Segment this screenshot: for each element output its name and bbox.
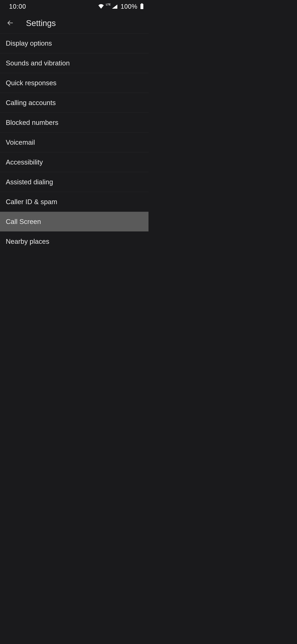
settings-item-quick-responses[interactable]: Quick responses <box>0 73 148 93</box>
settings-item-label: Caller ID & spam <box>6 198 57 206</box>
settings-item-label: Voicemail <box>6 138 35 146</box>
settings-item-label: Quick responses <box>6 79 56 87</box>
cellular-signal-icon <box>112 4 118 9</box>
status-bar: 10:00 LTE 100% <box>0 0 148 13</box>
app-bar: Settings <box>0 13 148 34</box>
settings-list: Display options Sounds and vibration Qui… <box>0 34 148 252</box>
svg-rect-0 <box>141 3 143 4</box>
settings-item-label: Accessibility <box>6 158 43 166</box>
settings-item-label: Blocked numbers <box>6 119 58 126</box>
settings-item-voicemail[interactable]: Voicemail <box>0 132 148 152</box>
settings-item-display-options[interactable]: Display options <box>0 34 148 53</box>
status-time: 10:00 <box>9 3 26 10</box>
settings-item-label: Call Screen <box>6 218 41 226</box>
settings-item-accessibility[interactable]: Accessibility <box>0 152 148 172</box>
settings-item-label: Sounds and vibration <box>6 59 70 67</box>
settings-item-nearby-places[interactable]: Nearby places <box>0 232 148 252</box>
lte-label: LTE <box>106 3 111 6</box>
empty-space <box>0 252 148 396</box>
settings-item-label: Calling accounts <box>6 99 56 107</box>
settings-item-call-screen[interactable]: Call Screen <box>0 212 148 232</box>
settings-item-label: Assisted dialing <box>6 178 53 186</box>
battery-percent: 100% <box>121 3 137 10</box>
status-right: LTE 100% <box>98 3 144 10</box>
settings-item-calling-accounts[interactable]: Calling accounts <box>0 93 148 113</box>
settings-item-label: Display options <box>6 40 52 47</box>
wifi-icon <box>98 4 104 9</box>
back-button[interactable] <box>6 19 15 28</box>
settings-item-label: Nearby places <box>6 238 49 246</box>
settings-item-caller-id-spam[interactable]: Caller ID & spam <box>0 192 148 212</box>
page-title: Settings <box>26 18 56 28</box>
settings-item-blocked-numbers[interactable]: Blocked numbers <box>0 113 148 132</box>
battery-icon <box>140 3 144 10</box>
svg-rect-1 <box>140 4 143 9</box>
settings-item-assisted-dialing[interactable]: Assisted dialing <box>0 172 148 192</box>
back-arrow-icon <box>6 19 14 27</box>
settings-item-sounds-vibration[interactable]: Sounds and vibration <box>0 53 148 73</box>
